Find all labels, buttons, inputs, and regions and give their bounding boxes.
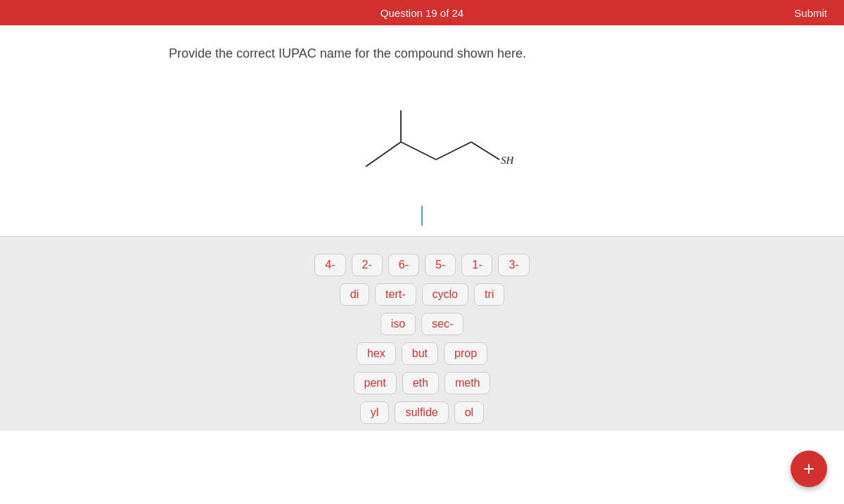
text-cursor <box>421 206 423 226</box>
svg-line-2 <box>401 142 436 160</box>
token-cyclo[interactable]: cyclo <box>422 283 468 306</box>
token-sec[interactable]: sec- <box>421 313 463 335</box>
token-row-5: ylsulfideol <box>360 401 484 424</box>
svg-line-3 <box>436 142 471 160</box>
token-row-2: isosec- <box>381 313 464 335</box>
token-tri[interactable]: tri <box>474 283 504 306</box>
question-progress: Question 19 of 24 <box>381 7 463 19</box>
token-1[interactable]: 1- <box>461 254 492 276</box>
token-6[interactable]: 6- <box>388 254 419 276</box>
token-eth[interactable]: eth <box>402 372 439 394</box>
submit-button[interactable]: Submit <box>794 7 827 19</box>
token-row-4: pentethmeth <box>354 372 491 394</box>
token-ol[interactable]: ol <box>454 401 484 424</box>
header: Question 19 of 24 Submit <box>0 0 844 25</box>
token-tert[interactable]: tert- <box>375 283 416 306</box>
svg-line-0 <box>366 142 401 167</box>
token-sulfide[interactable]: sulfide <box>395 401 448 424</box>
token-di[interactable]: di <box>340 283 369 306</box>
token-yl[interactable]: yl <box>360 401 390 424</box>
compound-area: SH <box>0 75 844 202</box>
token-row-1: ditert-cyclotri <box>340 283 505 306</box>
bottom-area: 4-2-6-5-1-3-ditert-cyclotriisosec-hexbut… <box>0 237 844 431</box>
token-iso[interactable]: iso <box>381 313 416 335</box>
token-2[interactable]: 2- <box>352 254 383 276</box>
token-meth[interactable]: meth <box>445 372 491 394</box>
token-but[interactable]: but <box>402 342 438 365</box>
token-row-3: hexbutprop <box>357 342 487 365</box>
molecule-diagram: SH <box>324 82 520 195</box>
token-3[interactable]: 3- <box>498 254 529 276</box>
svg-text:SH: SH <box>501 155 515 166</box>
svg-line-4 <box>471 142 499 160</box>
token-pent[interactable]: pent <box>354 372 397 394</box>
main-area: Provide the correct IUPAC name for the c… <box>0 25 844 431</box>
question-text: Provide the correct IUPAC name for the c… <box>0 46 844 61</box>
token-row-0: 4-2-6-5-1-3- <box>314 254 529 276</box>
token-prop[interactable]: prop <box>444 342 487 365</box>
token-hex[interactable]: hex <box>357 342 396 365</box>
token-4[interactable]: 4- <box>314 254 345 276</box>
token-5[interactable]: 5- <box>425 254 456 276</box>
answer-input-area[interactable] <box>0 202 844 237</box>
fab-button[interactable]: + <box>791 451 827 487</box>
